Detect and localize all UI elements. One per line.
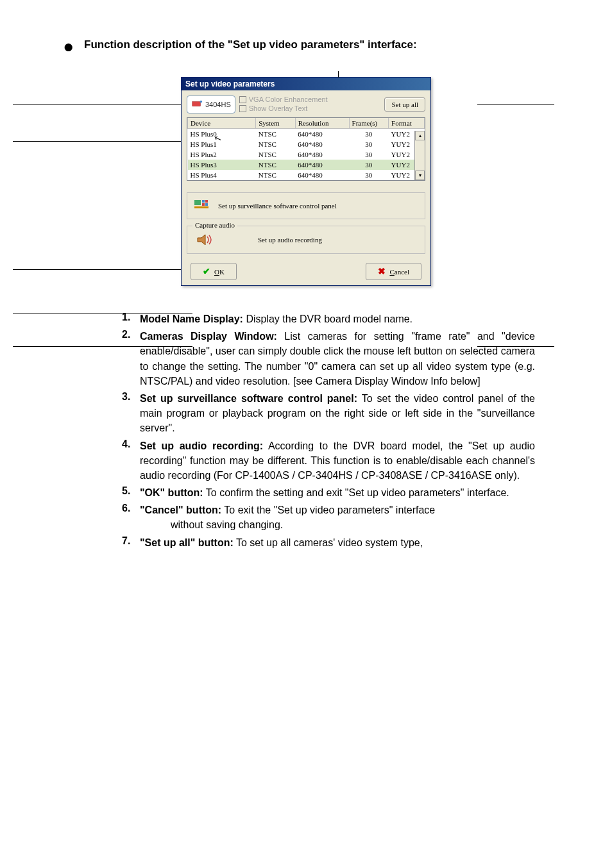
col-format[interactable]: Format	[389, 118, 425, 129]
model-name-display: 3404HS	[187, 96, 235, 113]
svg-point-1	[200, 101, 203, 103]
svg-rect-3	[202, 200, 205, 203]
audio-label: Set up audio recording	[258, 236, 322, 244]
dialog-body: 3404HS VGA Color Enhancement Show Overla…	[182, 90, 430, 285]
scroll-up-icon[interactable]: ▴	[415, 131, 425, 140]
svg-rect-2	[194, 200, 201, 205]
list-item: 5."OK" button: To confirm the setting an…	[122, 485, 535, 500]
callout-line	[477, 104, 554, 104]
col-resolution[interactable]: Resolution	[295, 118, 349, 129]
bullet-icon: ⬤	[64, 42, 72, 51]
setup-all-button[interactable]: Set up all	[384, 97, 425, 112]
list-item: 7."Set up all" button: To set up all cam…	[122, 535, 535, 550]
svg-rect-0	[192, 102, 201, 106]
list-item: 1.Model Name Display: Display the DVR bo…	[122, 312, 535, 326]
check-label: Show Overlay Text	[249, 104, 308, 112]
table-row[interactable]: HS Plus2NTSC640*48030YUY2	[188, 149, 425, 160]
table-row[interactable]: HS Plus3NTSC640*48030YUY2	[188, 160, 425, 170]
dialog-container: Set up video parameters 3404HS VGA Color…	[64, 77, 548, 286]
dialog-title: Set up video parameters	[185, 79, 275, 88]
model-text: 3404HS	[205, 101, 231, 108]
top-row: 3404HS VGA Color Enhancement Show Overla…	[187, 96, 425, 113]
model-icon	[191, 99, 203, 110]
cancel-label: Cancel	[389, 268, 409, 276]
checkbox-group: VGA Color Enhancement Show Overlay Text	[239, 96, 381, 113]
checkbox-icon	[239, 105, 246, 112]
group-title: Capture audio	[192, 221, 237, 229]
list-item: 6."Cancel" button: To exit the "Set up v…	[122, 503, 535, 532]
svg-rect-4	[205, 200, 208, 203]
ok-label: OK	[214, 268, 225, 276]
callout-line	[13, 141, 186, 142]
list-item: 2.Cameras Display Window: List cameras f…	[122, 329, 535, 388]
cameras-table-wrap: ↖ Device System Resolution Frame(s) Form…	[187, 117, 425, 181]
dialog-title-bar: Set up video parameters	[182, 78, 430, 90]
checkmark-icon: ✔	[203, 266, 210, 277]
description-list: 1.Model Name Display: Display the DVR bo…	[122, 312, 535, 550]
audio-icon	[196, 233, 214, 247]
heading-text: Function description of the "Set up vide…	[84, 38, 417, 51]
audio-recording-button[interactable]: Set up audio recording	[194, 233, 418, 247]
checkbox-icon	[239, 96, 246, 103]
svg-rect-7	[194, 206, 208, 208]
page-heading: ⬤ Function description of the "Set up vi…	[64, 38, 548, 51]
scrollbar[interactable]: ▴ ▾	[414, 131, 425, 180]
table-row[interactable]: HS Plus1NTSC640*48030YUY2	[188, 139, 425, 149]
callout-line	[13, 346, 192, 347]
col-frames[interactable]: Frame(s)	[349, 118, 389, 129]
button-row: ✔ OK ✖ Cancel	[187, 263, 425, 280]
show-overlay-check[interactable]: Show Overlay Text	[239, 104, 381, 112]
table-row[interactable]: HS Plus4NTSC640*48030YUY2	[188, 170, 425, 180]
capture-audio-group: Capture audio Set up audio recording	[187, 226, 425, 254]
x-icon: ✖	[378, 266, 386, 277]
scroll-down-icon[interactable]: ▾	[415, 171, 425, 180]
vga-enhancement-check[interactable]: VGA Color Enhancement	[239, 96, 381, 103]
check-label: VGA Color Enhancement	[249, 96, 328, 103]
surveillance-panel-button[interactable]: Set up surveillance software control pan…	[187, 192, 425, 219]
control-panel-icon	[194, 199, 212, 212]
cameras-table[interactable]: Device System Resolution Frame(s) Format…	[187, 118, 425, 180]
table-row[interactable]: HS Plus0NTSC640*48030YUY2	[188, 129, 425, 140]
callout-line	[13, 313, 192, 313]
svg-rect-6	[205, 203, 208, 206]
col-device[interactable]: Device	[188, 118, 256, 129]
list-item: 4.Set up audio recording: According to t…	[122, 438, 535, 483]
callout-line	[13, 269, 192, 270]
callout-line	[13, 104, 186, 104]
svg-rect-5	[202, 203, 205, 206]
surveillance-label: Set up surveillance software control pan…	[218, 202, 337, 210]
ok-button[interactable]: ✔ OK	[191, 263, 237, 280]
video-params-dialog: Set up video parameters 3404HS VGA Color…	[181, 77, 431, 286]
cancel-button[interactable]: ✖ Cancel	[366, 263, 421, 280]
callout-line	[477, 346, 554, 347]
col-system[interactable]: System	[256, 118, 296, 129]
list-item: 3.Set up surveillance software control p…	[122, 391, 535, 436]
